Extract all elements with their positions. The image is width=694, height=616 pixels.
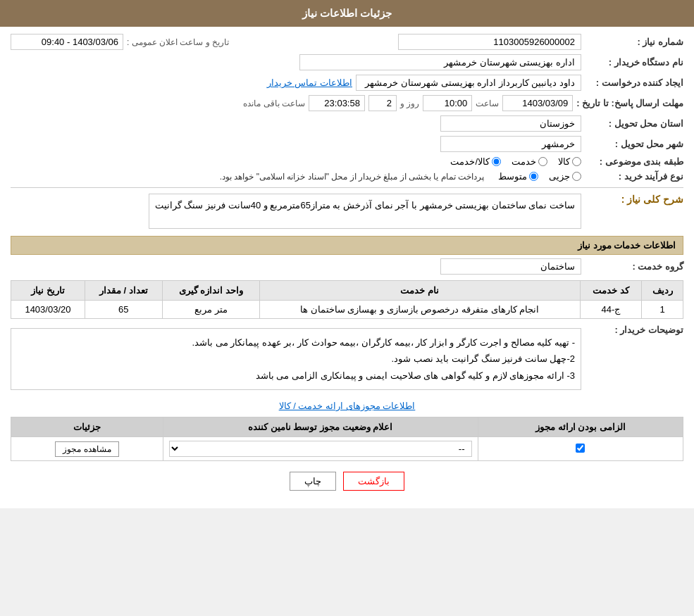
print-button[interactable]: چاپ xyxy=(290,472,336,491)
services-section-title: اطلاعات خدمات مورد نیاز xyxy=(11,236,683,255)
cell-unit: متر مربع xyxy=(162,301,259,319)
city-value: خرمشهر xyxy=(440,136,581,152)
col-row-num: ردیف xyxy=(642,281,683,301)
back-button[interactable]: بازگشت xyxy=(343,472,404,491)
process-jezyi-label: جزیی xyxy=(549,171,570,182)
process-jezyi-item: جزیی xyxy=(549,171,581,182)
permit-status-cell: -- xyxy=(163,437,478,461)
permits-table: الزامی بودن ارائه مجوز اعلام وضعیت مجوز … xyxy=(11,417,683,461)
need-description-label: شرح کلی نیاز : xyxy=(585,194,683,205)
category-kala-radio[interactable] xyxy=(572,157,581,166)
category-kala-item: کالا xyxy=(558,156,581,167)
cell-row-num: 1 xyxy=(642,301,683,319)
buyer-notes-line-3: 3- ارائه مجوزهای لازم و کلیه گواهی های ص… xyxy=(17,367,575,384)
process-motavasset-radio[interactable] xyxy=(529,172,538,181)
process-row: نوع فرآیند خرید : جزیی متوسط پرداخت تمام… xyxy=(11,171,683,182)
service-group-value: ساختمان xyxy=(440,258,581,275)
province-value: خوزستان xyxy=(440,115,581,132)
process-label: نوع فرآیند خرید : xyxy=(585,171,683,182)
announce-date-label: تاریخ و ساعت اعلان عمومی : xyxy=(127,37,229,47)
page-title: جزئیات اطلاعات نیاز xyxy=(302,7,392,19)
send-date-day-label: روز و xyxy=(400,99,419,108)
creator-row: ایجاد کننده درخواست : داود دیانبین کاربر… xyxy=(11,75,683,91)
button-row: بازگشت چاپ xyxy=(11,472,683,491)
process-motavasset-label: متوسط xyxy=(498,171,527,182)
col-service-name: نام خدمت xyxy=(259,281,580,301)
need-number-label: شماره نیاز : xyxy=(585,37,683,47)
buyer-notes-row: توضیحات خریدار : - تهیه کلیه مصالح و اجر… xyxy=(11,325,683,394)
services-table-header-row: ردیف کد خدمت نام خدمت واحد اندازه گیری ت… xyxy=(11,281,683,301)
col-date: تاریخ نیاز xyxy=(11,281,85,301)
category-radio-group: کالا خدمت کالا/خدمت xyxy=(450,156,581,167)
permit-required-checkbox[interactable] xyxy=(576,444,585,453)
col-required: الزامی بودن ارائه مجوز xyxy=(478,417,683,437)
col-quantity: تعداد / مقدار xyxy=(85,281,162,301)
page-header: جزئیات اطلاعات نیاز xyxy=(0,0,694,27)
view-permit-button[interactable]: مشاهده مجوز xyxy=(55,441,118,457)
city-row: شهر محل تحویل : خرمشهر xyxy=(11,136,683,152)
page-wrapper: جزئیات اطلاعات نیاز شماره نیاز : 1103005… xyxy=(0,0,694,508)
category-khadamat-item: خدمت xyxy=(512,156,547,167)
buyer-notes-line-2: 2-چهل سانت فرنیز سنگ گرانیت باید نصب شود… xyxy=(17,351,575,367)
buyer-notes-text: - تهیه کلیه مصالح و اجرت کارگر و ابزار ک… xyxy=(11,328,581,390)
main-content: شماره نیاز : 1103005926000002 تاریخ و سا… xyxy=(0,27,694,508)
category-kala-khadamat-label: کالا/خدمت xyxy=(450,156,490,167)
cell-service-code: ج-44 xyxy=(580,301,642,319)
process-desc: پرداخت تمام یا بخشی از مبلغ خریدار از مح… xyxy=(220,172,484,182)
category-khadamat-label: خدمت xyxy=(512,156,536,167)
category-kala-label: کالا xyxy=(558,156,570,167)
permit-details-cell: مشاهده مجوز xyxy=(11,437,163,461)
creator-label: ایجاد کننده درخواست : xyxy=(585,77,683,88)
service-group-row: گروه خدمت : ساختمان xyxy=(11,258,683,275)
col-status: اعلام وضعیت مجوز توسط نامین کننده xyxy=(163,417,478,437)
category-label: طبقه بندی موضوعی : xyxy=(585,156,683,167)
need-number-row: شماره نیاز : 1103005926000002 تاریخ و سا… xyxy=(11,34,683,50)
services-table: ردیف کد خدمت نام خدمت واحد اندازه گیری ت… xyxy=(11,280,683,319)
buyer-org-value: اداره بهزیستی شهرستان خرمشهر xyxy=(299,54,581,70)
need-number-value: 1103005926000002 xyxy=(398,34,581,50)
permits-header-row: الزامی بودن ارائه مجوز اعلام وضعیت مجوز … xyxy=(11,417,683,437)
category-kala-khadamat-item: کالا/خدمت xyxy=(450,156,501,167)
permits-link[interactable]: اطلاعات مجوزهای ارائه خدمت / کالا xyxy=(11,401,683,411)
cell-quantity: 65 xyxy=(85,301,162,319)
send-date-days: 2 xyxy=(368,95,397,111)
process-jezyi-radio[interactable] xyxy=(572,172,581,181)
creator-value: داود دیانبین کاربرداز اداره بهزیستی شهرس… xyxy=(356,75,581,91)
need-description-text: ساخت نمای ساختمان بهزیستی خرمشهر با آجر … xyxy=(149,194,581,229)
table-row: 1 ج-44 انجام کارهای متفرقه درخصوص بازساز… xyxy=(11,301,683,319)
category-row: طبقه بندی موضوعی : کالا خدمت کالا/خدمت xyxy=(11,156,683,167)
creator-contact-link[interactable]: اطلاعات تماس خریدار xyxy=(267,77,352,88)
col-details: جزئیات xyxy=(11,417,163,437)
send-date-remaining: 23:03:58 xyxy=(309,95,365,111)
send-date-time-label: ساعت xyxy=(476,99,499,108)
province-label: استان محل تحویل : xyxy=(585,118,683,129)
send-date-time: 10:00 xyxy=(423,95,472,111)
permit-status-select[interactable]: -- xyxy=(169,441,472,457)
send-date-label: مهلت ارسال پاسخ: تا تاریخ : xyxy=(576,98,683,108)
permits-table-row: -- مشاهده مجوز xyxy=(11,437,683,461)
buyer-notes-label: توضیحات خریدار : xyxy=(585,325,683,335)
category-khadamat-radio[interactable] xyxy=(538,157,547,166)
send-date-date: 1403/03/09 xyxy=(502,95,573,111)
cell-date: 1403/03/20 xyxy=(11,301,85,319)
col-service-code: کد خدمت xyxy=(580,281,642,301)
buyer-org-label: نام دستگاه خریدار : xyxy=(585,57,683,68)
send-date-remaining-label: ساعت باقی مانده xyxy=(243,99,305,108)
city-label: شهر محل تحویل : xyxy=(585,139,683,149)
process-radio-group: جزیی متوسط xyxy=(498,171,581,182)
buyer-notes-line-1: - تهیه کلیه مصالح و اجرت کارگر و ابزار ک… xyxy=(17,334,575,351)
col-unit: واحد اندازه گیری xyxy=(162,281,259,301)
permit-required-cell xyxy=(478,437,683,461)
province-row: استان محل تحویل : خوزستان xyxy=(11,115,683,132)
buyer-org-row: نام دستگاه خریدار : اداره بهزیستی شهرستا… xyxy=(11,54,683,70)
service-group-label: گروه خدمت : xyxy=(585,261,683,272)
need-description-row: شرح کلی نیاز : ساخت نمای ساختمان بهزیستی… xyxy=(11,194,683,229)
cell-service-name: انجام کارهای متفرقه درخصوص بازسازی و بهس… xyxy=(259,301,580,319)
divider-1 xyxy=(11,187,683,188)
permits-section: اطلاعات مجوزهای ارائه خدمت / کالا الزامی… xyxy=(11,401,683,461)
announce-date-value: 1403/03/06 - 09:40 xyxy=(11,34,123,50)
send-date-row: مهلت ارسال پاسخ: تا تاریخ : 1403/03/09 س… xyxy=(11,95,683,111)
category-kala-khadamat-radio[interactable] xyxy=(492,157,501,166)
process-motavasset-item: متوسط xyxy=(498,171,538,182)
